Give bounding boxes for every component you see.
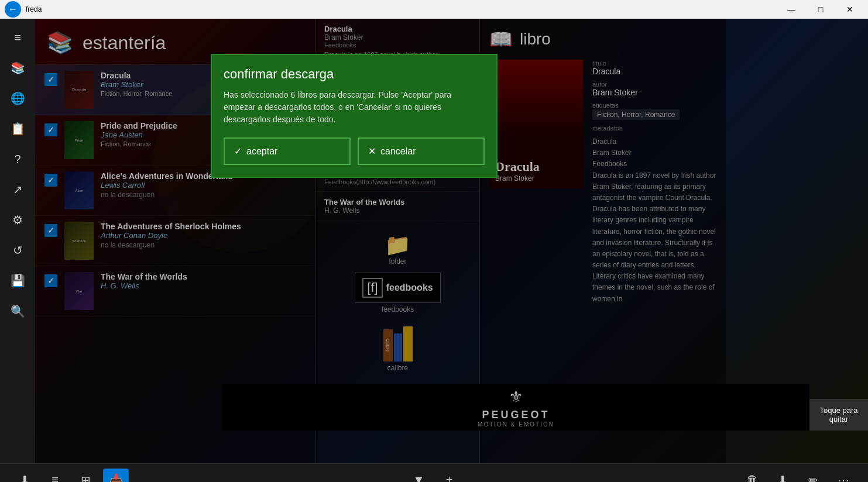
sidebar-item-settings[interactable]: ⚙ — [4, 206, 32, 234]
minimize-button[interactable]: — — [778, 0, 805, 19]
sidebar-item-search[interactable]: 🔍 — [4, 297, 32, 325]
app-body: ≡ 📚 🌐 📋 ? ↗ ⚙ ↺ 💾 🔍 — [0, 19, 868, 463]
accept-icon: ✓ — [234, 146, 242, 157]
title-bar: ← freda — □ ✕ — [0, 0, 868, 19]
app-title: freda — [26, 5, 42, 13]
sidebar-item-sync[interactable]: ↺ — [4, 236, 32, 264]
close-button[interactable]: ✕ — [836, 0, 863, 19]
toolbar-active-button[interactable]: 📥 — [103, 469, 129, 483]
title-bar-right: — □ ✕ — [778, 0, 863, 19]
toolbar-right: 🗑 ⬇ ✏ ⋯ — [739, 469, 856, 483]
toolbar-download-button[interactable]: ⬇ — [12, 469, 37, 483]
maximize-button[interactable]: □ — [807, 0, 834, 19]
collections-icon: 📋 — [11, 122, 25, 136]
toolbar-list-button[interactable]: ≡ — [42, 469, 68, 483]
dialog-overlay: confirmar descarga Has seleccionado 6 li… — [35, 19, 868, 463]
toque-badge[interactable]: Toque para quitar — [809, 399, 868, 431]
sidebar: ≡ 📚 🌐 📋 ? ↗ ⚙ ↺ 💾 🔍 — [0, 19, 35, 463]
cancel-icon: ✕ — [368, 146, 376, 157]
storage-icon: 💾 — [11, 274, 25, 288]
sync-icon: ↺ — [13, 243, 23, 257]
bottom-toolbar: ⬇ ≡ ⊞ 📥 ▼ + 🗑 ⬇ ✏ ⋯ — [0, 463, 868, 482]
main-content: 📚 estantería ✓ Dracula Dracula Bram Stok… — [35, 19, 868, 463]
sidebar-item-catalog[interactable]: 🌐 — [4, 84, 32, 112]
share-icon: ↗ — [13, 183, 23, 197]
sidebar-item-help[interactable]: ? — [4, 145, 32, 173]
sidebar-item-collections[interactable]: 📋 — [4, 115, 32, 143]
search-icon: 🔍 — [11, 304, 25, 318]
menu-icon: ≡ — [14, 31, 21, 44]
toolbar-grid-button[interactable]: ⊞ — [73, 469, 98, 483]
shelf-icon: 📚 — [11, 61, 25, 75]
toolbar-sort-button[interactable]: ⬇ — [770, 469, 795, 483]
back-button[interactable]: ← — [5, 1, 21, 18]
toolbar-edit-button[interactable]: ✏ — [800, 469, 826, 483]
confirm-dialog: confirmar descarga Has seleccionado 6 li… — [211, 54, 498, 178]
cancel-button[interactable]: ✕ cancelar — [358, 137, 485, 165]
accept-button[interactable]: ✓ aceptar — [224, 137, 351, 165]
sidebar-item-storage[interactable]: 💾 — [4, 267, 32, 295]
sidebar-item-menu[interactable]: ≡ — [4, 23, 32, 51]
cancel-label: cancelar — [380, 146, 416, 157]
dialog-title: confirmar descarga — [224, 67, 485, 82]
toolbar-add-button[interactable]: + — [437, 469, 462, 483]
dialog-body: Has seleccionado 6 libros para descargar… — [224, 89, 485, 126]
toolbar-delete-button[interactable]: 🗑 — [739, 469, 765, 483]
settings-icon: ⚙ — [12, 213, 23, 227]
title-bar-left: ← freda — [5, 1, 42, 18]
dialog-buttons: ✓ aceptar ✕ cancelar — [224, 137, 485, 165]
toolbar-filter-button[interactable]: ▼ — [406, 469, 432, 483]
help-icon: ? — [14, 153, 20, 166]
sidebar-item-share[interactable]: ↗ — [4, 175, 32, 204]
accept-label: aceptar — [246, 146, 277, 157]
toolbar-more-button[interactable]: ⋯ — [831, 469, 856, 483]
toolbar-left: ⬇ ≡ ⊞ 📥 — [12, 469, 129, 483]
sidebar-item-shelf[interactable]: 📚 — [4, 54, 32, 82]
toolbar-center: ▼ + — [406, 469, 462, 483]
catalog-icon: 🌐 — [11, 91, 25, 105]
